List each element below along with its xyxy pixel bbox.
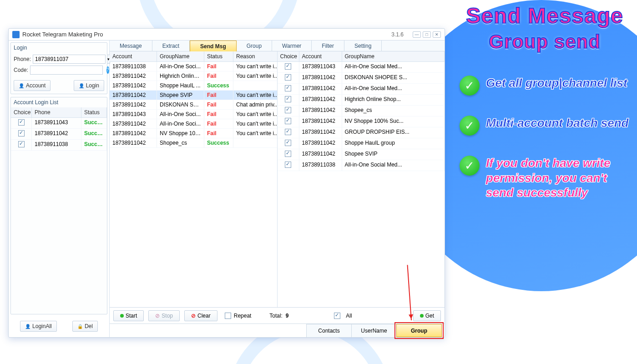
target-row[interactable]: 18738911042Highrich Online Shop...	[278, 95, 445, 106]
cell-group: Highrich Online...	[157, 71, 204, 81]
user-icon: 👤	[79, 83, 84, 88]
target-row[interactable]: 18738911042Shopee_cs	[278, 106, 445, 116]
subtab-username[interactable]: UserName	[351, 324, 397, 337]
log-row[interactable]: 18738911042All-in-One Soci...FailYou can…	[110, 119, 277, 129]
log-row[interactable]: 18738911042Highrich Online...FailYou can…	[110, 71, 277, 81]
log-row[interactable]: 18738911038All-in-One Soci...FailYou can…	[110, 62, 277, 71]
get-label: Get	[425, 313, 434, 319]
row-checkbox[interactable]	[285, 107, 291, 113]
target-row[interactable]: 18738911042NV Shoppe 100% Suc...	[278, 116, 445, 127]
tab-group[interactable]: Group	[237, 40, 272, 51]
stop-button[interactable]: ⊘Stop	[148, 310, 180, 321]
cell-group: Highrich Online Shop...	[342, 95, 445, 106]
row-checkbox[interactable]	[18, 119, 25, 126]
tab-setting[interactable]: Setting	[344, 40, 382, 51]
row-checkbox[interactable]	[285, 140, 291, 146]
close-button[interactable]: ✕	[433, 31, 441, 38]
repeat-checkbox[interactable]	[225, 313, 231, 319]
help-icon[interactable]: ?	[106, 66, 109, 74]
th-account: Account	[110, 51, 157, 61]
login-panel: Login Phone: ▾ Code: ? 👤Account 👤	[10, 42, 107, 94]
cell-group: Shopee SVIP	[342, 149, 445, 160]
phone-input[interactable]	[33, 55, 106, 64]
cell-account: 18738911042	[299, 73, 342, 84]
cell-account: 18738911042	[299, 106, 342, 116]
login-panel-title: Login	[11, 43, 107, 53]
cell-account: 18738911042	[110, 91, 157, 100]
promo-subtitle: Group send	[455, 31, 634, 53]
login-list-row[interactable]: 18738911043Success	[11, 118, 107, 129]
play-icon	[120, 314, 124, 318]
cell-group: All-in-One Social Med...	[342, 62, 445, 73]
log-row[interactable]: 18738911042Shopee_csSuccess4/28...	[110, 138, 277, 148]
row-checkbox[interactable]	[285, 96, 291, 102]
row-checkbox[interactable]	[285, 162, 291, 168]
th-groupname: GroupName	[157, 51, 204, 61]
target-row[interactable]: 18738911042Shoppe HauIL group	[278, 138, 445, 149]
cell-account: 18738911042	[110, 71, 157, 81]
account-button[interactable]: 👤Account	[14, 80, 51, 91]
target-row[interactable]: 18738911042All-in-One Social Med...	[278, 84, 445, 95]
log-row[interactable]: 18738911042DISKONAN SH...FailChat admin …	[110, 100, 277, 110]
cell-account: 18738911042	[299, 84, 342, 95]
tab-extract[interactable]: Extract	[152, 40, 190, 51]
loginall-button-label: LoginAll	[32, 323, 52, 329]
login-list-row[interactable]: 18738911042Success	[11, 129, 107, 140]
minimize-button[interactable]: —	[413, 31, 421, 38]
row-checkbox[interactable]	[18, 130, 25, 136]
cell-account: 18738911042	[299, 116, 342, 127]
log-row[interactable]: 18738911043All-in-One Soci...FailYou can…	[110, 110, 277, 119]
col-choice: Choice	[11, 107, 32, 117]
loginall-button[interactable]: 👤LoginAll	[20, 321, 57, 332]
tab-message[interactable]: Message	[110, 40, 152, 51]
tab-warmer[interactable]: Warmer	[272, 40, 312, 51]
code-input[interactable]	[30, 66, 103, 75]
main-area: MessageExtractSend MsgGroupWarmerFilterS…	[110, 40, 445, 337]
target-row[interactable]: 18738911043All-in-One Social Med...	[278, 62, 445, 73]
target-row[interactable]: 18738911042Shopee SVIP	[278, 149, 445, 160]
all-checkbox[interactable]	[334, 313, 340, 319]
clear-icon: ⊘	[191, 313, 196, 319]
clear-button[interactable]: ⊘Clear	[184, 310, 217, 321]
col-phone: Phone	[32, 107, 81, 117]
main-tabs: MessageExtractSend MsgGroupWarmerFilterS…	[110, 40, 445, 51]
log-row[interactable]: 18738911042NV Shoppe 100...FailYou can't…	[110, 129, 277, 138]
row-checkbox[interactable]	[285, 63, 291, 70]
row-checkbox[interactable]	[285, 151, 291, 157]
cell-status: Fail	[204, 62, 233, 71]
account-button-label: Account	[26, 82, 46, 89]
tab-filter[interactable]: Filter	[312, 40, 344, 51]
target-row[interactable]: 18738911038All-in-One Social Med...	[278, 160, 445, 171]
cell-account: 18738911042	[110, 100, 157, 110]
target-row[interactable]: 18738911042GROUP DROPSHIP EIS...	[278, 127, 445, 138]
feature-text: Multi-account batch send	[486, 116, 628, 131]
tab-send-msg[interactable]: Send Msg	[190, 40, 237, 51]
del-button[interactable]: 🔒Del	[72, 321, 98, 332]
log-row[interactable]: 18738911042Shopee SVIPFailYou can't writ…	[110, 91, 277, 100]
maximize-button[interactable]: □	[423, 31, 431, 38]
row-checkbox[interactable]	[18, 141, 25, 147]
login-list-row[interactable]: 18738911038Success	[11, 140, 107, 151]
th-reason: Reason	[233, 51, 278, 61]
login-button[interactable]: 👤Login	[74, 80, 104, 91]
cell-reason: You can't write i...	[233, 129, 277, 138]
row-checkbox[interactable]	[285, 85, 291, 91]
target-body[interactable]: 18738911043All-in-One Social Med...18738…	[278, 62, 445, 307]
subtab-group[interactable]: Group	[396, 324, 442, 337]
cell-group: All-in-One Soci...	[157, 62, 204, 71]
login-list-body: 18738911043Success18738911042Success1873…	[11, 118, 107, 314]
row-checkbox[interactable]	[285, 129, 291, 135]
start-button[interactable]: Start	[113, 310, 144, 321]
cell-account: 18738911043	[299, 62, 342, 73]
row-checkbox[interactable]	[285, 118, 291, 124]
cell-status: Success	[204, 138, 233, 148]
left-sidebar: Login Phone: ▾ Code: ? 👤Account 👤	[9, 40, 110, 337]
app-window: Rocket Telegram Maketing Pro 3.1.6 — □ ✕…	[8, 28, 445, 338]
log-row[interactable]: 18738911042Shoppe HauIL ...Success4/28..…	[110, 81, 277, 91]
subtab-contacts[interactable]: Contacts	[306, 324, 352, 337]
row-checkbox[interactable]	[285, 74, 291, 81]
target-row[interactable]: 18738911042DISKONAN SHOPEE S...	[278, 73, 445, 84]
send-log-body[interactable]: 18738911038All-in-One Soci...FailYou can…	[110, 62, 277, 307]
clear-label: Clear	[197, 313, 211, 319]
get-button[interactable]: Get	[413, 310, 441, 321]
